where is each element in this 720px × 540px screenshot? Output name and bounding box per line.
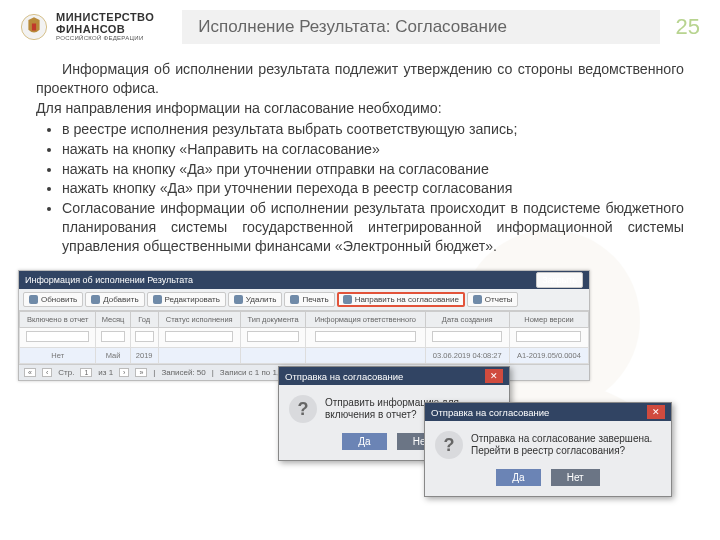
ministry-logo-block: МИНИСТЕРСТВО ФИНАНСОВ РОССИЙСКОЙ ФЕДЕРАЦ…: [20, 12, 154, 41]
app-title-text: Информация об исполнении Результата: [25, 275, 193, 285]
print-button[interactable]: Печать: [284, 292, 334, 307]
pager-next-button[interactable]: ›: [119, 368, 129, 377]
header: МИНИСТЕРСТВО ФИНАНСОВ РОССИЙСКОЙ ФЕДЕРАЦ…: [0, 0, 720, 50]
arrow-right-icon: [343, 295, 352, 304]
page-number: 25: [676, 14, 700, 40]
edit-button[interactable]: Редактировать: [147, 292, 226, 307]
pager-prev-button[interactable]: ‹: [42, 368, 52, 377]
yes-button[interactable]: Да: [496, 469, 540, 486]
pager-label: Стр.: [58, 368, 74, 377]
table-row[interactable]: Нет Май 2019 03.06.2019 04:08:27 А1-2019…: [20, 348, 589, 364]
col-header[interactable]: Дата создания: [425, 312, 509, 328]
delete-button[interactable]: Удалить: [228, 292, 283, 307]
col-header[interactable]: Статус исполнения: [158, 312, 240, 328]
col-header[interactable]: Год: [130, 312, 158, 328]
refresh-icon: [29, 295, 38, 304]
no-button[interactable]: Нет: [551, 469, 600, 486]
dialog-titlebar: Отправка на согласование ✕: [425, 403, 671, 421]
dialog-send-done: Отправка на согласование ✕ ? Отправка на…: [424, 402, 672, 497]
filter-input[interactable]: [247, 331, 300, 342]
toolbar: Обновить Добавить Редактировать Удалить …: [19, 289, 589, 311]
grid: Включено в отчет Месяц Год Статус исполн…: [19, 311, 589, 364]
send-approval-button[interactable]: Направить на согласование: [337, 292, 465, 307]
pencil-icon: [153, 295, 162, 304]
col-header[interactable]: Номер версии: [509, 312, 588, 328]
question-icon: ?: [435, 431, 463, 459]
filter-input[interactable]: [315, 331, 416, 342]
report-icon: [473, 295, 482, 304]
bullet-item: Согласование информации об исполнении ре…: [62, 199, 684, 255]
close-icon[interactable]: ✕: [485, 369, 503, 383]
filter-input[interactable]: [516, 331, 581, 342]
col-header[interactable]: Месяц: [96, 312, 130, 328]
bullet-item: в реестре исполнения результата выбрать …: [62, 120, 684, 139]
filter-input[interactable]: [165, 331, 233, 342]
page-number-field[interactable]: 1: [80, 368, 92, 377]
paragraph-2: Для направления информации на согласован…: [36, 99, 684, 118]
grid-filter-row: [20, 328, 589, 348]
screenshot-block: Информация об исполнении Результата Закр…: [18, 270, 702, 480]
col-header[interactable]: Информация ответственного: [306, 312, 425, 328]
plus-icon: [91, 295, 100, 304]
pager-first-button[interactable]: «: [24, 368, 36, 377]
trash-icon: [234, 295, 243, 304]
bullet-item: нажать на кнопку «Направить на согласова…: [62, 140, 684, 159]
close-button[interactable]: Закрыть: [536, 272, 583, 288]
print-icon: [290, 295, 299, 304]
records-per-page[interactable]: Записей: 50: [161, 368, 205, 377]
slide-title: Исполнение Результата: Согласование: [198, 17, 507, 37]
bullet-item: нажать на кнопку «Да» при уточнении отпр…: [62, 160, 684, 179]
close-icon[interactable]: ✕: [647, 405, 665, 419]
filter-input[interactable]: [135, 331, 154, 342]
add-button[interactable]: Добавить: [85, 292, 144, 307]
reports-button[interactable]: Отчеты: [467, 292, 519, 307]
dialog-text: Отправка на согласование завершена. Пере…: [471, 433, 661, 458]
pager-last-button[interactable]: »: [135, 368, 147, 377]
ministry-line3: РОССИЙСКОЙ ФЕДЕРАЦИИ: [56, 35, 154, 41]
bullet-list: в реестре исполнения результата выбрать …: [36, 120, 684, 255]
ministry-line2: ФИНАНСОВ: [56, 24, 154, 36]
body-text: Информация об исполнении результата подл…: [0, 50, 720, 262]
pager-of: из 1: [98, 368, 113, 377]
filter-input[interactable]: [432, 331, 502, 342]
refresh-button[interactable]: Обновить: [23, 292, 83, 307]
filter-input[interactable]: [101, 331, 126, 342]
russia-emblem-icon: [20, 13, 48, 41]
bullet-item: нажать кнопку «Да» при уточнении переход…: [62, 179, 684, 198]
filter-input[interactable]: [26, 331, 89, 342]
col-header[interactable]: Включено в отчет: [20, 312, 96, 328]
paragraph-1: Информация об исполнении результата подл…: [36, 60, 684, 97]
app-titlebar: Информация об исполнении Результата Закр…: [19, 271, 589, 289]
grid-header-row: Включено в отчет Месяц Год Статус исполн…: [20, 312, 589, 328]
title-bar: Исполнение Результата: Согласование: [182, 10, 659, 44]
col-header[interactable]: Тип документа: [240, 312, 305, 328]
question-icon: ?: [289, 395, 317, 423]
app-window: Информация об исполнении Результата Закр…: [18, 270, 590, 381]
yes-button[interactable]: Да: [342, 433, 386, 450]
dialog-titlebar: Отправка на согласование ✕: [279, 367, 509, 385]
